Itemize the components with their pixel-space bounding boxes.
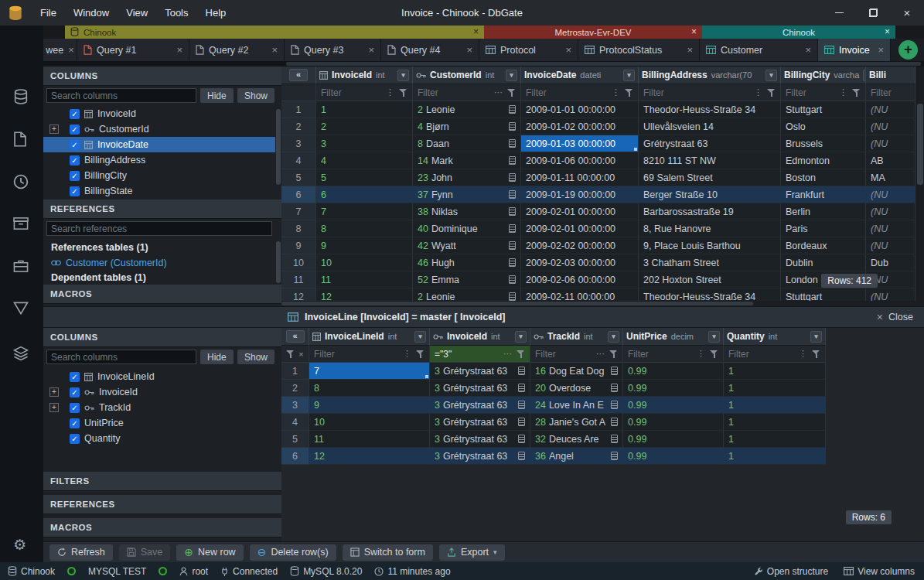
close-icon[interactable]: × [473,26,479,39]
cell-unitprice[interactable]: 0.99 [623,363,724,380]
cell-billingaddress[interactable]: Berger Straße 10 [639,186,781,203]
open-reference-icon[interactable] [509,224,516,233]
cell-billingcity[interactable]: Boston [781,169,866,186]
hide-column-button[interactable]: Hide [200,350,234,364]
filter-funnel-icon[interactable] [710,350,718,358]
close-icon[interactable]: × [68,44,74,56]
save-button[interactable]: Save [119,544,171,561]
search-columns-input[interactable] [46,350,196,364]
group-metrostav[interactable]: Metrostav-Evr-DEV × [484,26,702,39]
cell-customerid[interactable]: 8Daan [413,135,521,152]
cell-quantity[interactable]: 1 [724,380,826,397]
cell-billingstate[interactable]: (NU [866,186,915,203]
menu-dots-icon[interactable]: ⋮ [612,87,620,97]
close-icon[interactable]: × [687,44,693,56]
columns-section-header[interactable]: COLUMNS [43,328,281,347]
open-reference-icon[interactable] [518,367,525,375]
table-row[interactable]: 9 9 42Wyatt 2009-02-02 00:00:00 9, Place… [281,237,924,254]
menu-file[interactable]: File [32,1,65,25]
table-row[interactable]: 2 8 3Grétrystraat 63 20Overdose 0.99 1 [281,380,826,397]
checkbox-checked[interactable]: ✓ [70,109,80,119]
table-row[interactable]: 5 11 3Grétrystraat 63 32Deuces Are 0.99 … [281,431,826,448]
open-reference-icon[interactable] [509,173,516,182]
plugins-icon[interactable] [13,346,30,363]
cell-invoiceid[interactable]: 10 [316,254,413,271]
references-section-header[interactable]: REFERENCES [43,200,281,219]
columns-section-header[interactable]: COLUMNS [43,67,281,86]
settings-gear-icon[interactable]: ⚙ [13,537,30,554]
close-icon[interactable]: × [885,26,890,39]
cell-billingcity[interactable]: Stuttgart [781,101,866,118]
cell-billingaddress[interactable]: Barbarossastraße 19 [639,203,781,220]
cell-invoicedate[interactable]: 2009-01-06 00:00:00 [521,152,639,169]
filter-invoicedate[interactable]: Filter⋮ [521,84,639,101]
table-row[interactable]: 1 7 3Grétrystraat 63 16Dog Eat Dog 0.99 … [281,363,826,380]
cell-billingstate[interactable]: (NU [866,203,915,220]
browse-dots-icon[interactable]: ⋯ [596,349,605,359]
cell-billingstate[interactable]: MA [866,169,915,186]
cell-customerid[interactable]: 4Bjørn [413,118,521,135]
filters-section-header[interactable]: FILTERS [43,472,281,491]
column-item-billingcity[interactable]: ✓ BillingCity [43,168,275,183]
menu-dots-icon[interactable]: ⋮ [697,349,705,359]
column-header-invoiceid[interactable]: InvoiceId int ▾ [316,67,413,84]
collapse-left-panel-button[interactable]: « [286,330,305,343]
cell-invoicelineid[interactable]: 9 [309,397,430,414]
tab-query-4[interactable]: Query #4 × [381,39,479,61]
chevron-down-icon[interactable]: ▾ [810,331,822,343]
table-row-highlighted[interactable]: 3 9 3Grétrystraat 63 24Love In An E 0.99… [281,397,826,414]
macros-section-header[interactable]: MACROS [43,518,281,537]
menu-window[interactable]: Window [65,1,118,25]
cell-billingaddress[interactable]: 8210 111 ST NW [639,152,781,169]
open-reference-icon[interactable] [611,418,618,426]
checkbox-checked[interactable]: ✓ [70,186,80,196]
checkbox-checked[interactable]: ✓ [70,125,80,135]
filter-funnel-icon[interactable] [625,89,633,97]
clear-filters-button[interactable]: × [281,346,309,363]
cell-unitprice[interactable]: 0.99 [623,397,724,414]
checkbox-checked[interactable]: ✓ [70,403,80,413]
cell-customerid[interactable]: 14Mark [413,152,521,169]
cell-invoiceid[interactable]: 7 [316,203,413,220]
vertical-scrollbar[interactable] [916,67,924,306]
cell-billingaddress[interactable]: Grétrystraat 63 [639,135,781,152]
filter-funnel-icon[interactable] [609,350,618,358]
cell-billingstate[interactable]: (NU [866,118,915,135]
cell-invoicelineid[interactable]: 11 [309,431,430,448]
close-icon[interactable]: × [565,44,571,56]
filter-billingcity[interactable]: Filter⋮ [781,84,866,101]
cell-invoicedate[interactable]: 2009-02-01 00:00:00 [521,220,639,237]
filter-invoiceid[interactable]: Filter⋮ [316,84,413,101]
table-row[interactable]: 1 1 2Leonie 2009-01-01 00:00:00 Theodor-… [281,101,924,118]
search-references-input[interactable] [46,221,272,236]
close-icon[interactable]: × [878,44,884,56]
menu-dots-icon[interactable]: ⋮ [799,349,807,359]
panel-scrollbar[interactable] [276,109,281,185]
table-row[interactable]: 4 10 3Grétrystraat 63 28Janie's Got A 0.… [281,414,826,431]
cell-billingstate[interactable]: (NU [866,135,915,152]
table-row[interactable]: 7 7 38Niklas 2009-02-01 00:00:00 Barbaro… [281,203,924,220]
cell-customerid[interactable]: 2Leonie [413,101,521,118]
group-chinook-1[interactable]: Chinook × [65,26,484,39]
delete-rows-button[interactable]: ⊖ Delete row(s) [250,544,336,561]
expand-icon[interactable]: + [49,387,59,397]
menu-view[interactable]: View [118,1,156,25]
filter-customerid[interactable]: Filter⋯ [413,84,521,101]
close-icon[interactable]: × [176,44,182,56]
column-item-trackid[interactable]: + ✓ TrackId [43,400,275,415]
reference-link-customer[interactable]: Customer (CustomerId) [51,255,167,271]
column-header-unitprice[interactable]: UnitPrice decim ▾ [623,328,724,346]
close-icon[interactable]: × [368,44,374,56]
cell-billingcity[interactable]: Berlin [781,203,866,220]
cell-invoiceid[interactable]: 3Grétrystraat 63 [430,431,530,448]
cell-invoicedate[interactable]: 2009-01-11 00:00:00 [521,169,639,186]
cell-billingcity[interactable]: Oslo [781,118,866,135]
collapse-left-panel-button[interactable]: « [289,69,308,81]
chevron-down-icon[interactable]: ▾ [506,70,517,81]
applications-icon[interactable] [13,259,30,276]
menu-dots-icon[interactable]: ⋮ [403,349,411,359]
cell-invoiceid[interactable]: 3Grétrystraat 63 [430,448,530,465]
status-database[interactable]: Chinook [8,566,55,577]
column-header-billingstate[interactable]: Billi [866,67,915,84]
search-columns-input[interactable] [46,88,196,103]
